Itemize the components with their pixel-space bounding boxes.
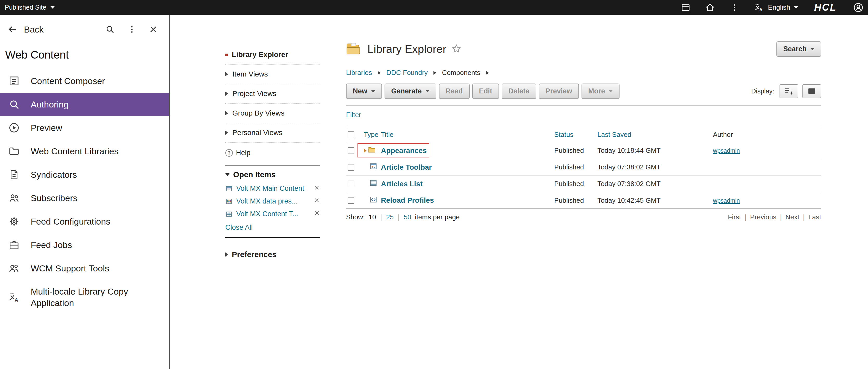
- breadcrumb: Libraries DDC Foundry Components: [346, 69, 821, 77]
- edit-button[interactable]: Edit: [472, 84, 499, 99]
- sidebar-item-feed-configurations[interactable]: Feed Configurations: [0, 210, 169, 233]
- toolbar-divider: [346, 105, 821, 106]
- pagination-last[interactable]: Last: [808, 213, 821, 221]
- sidebar-item-wcm-support-tools[interactable]: WCM Support Tools: [0, 256, 169, 280]
- close-icon[interactable]: [149, 25, 158, 34]
- column-header-type[interactable]: Type: [364, 131, 378, 139]
- account-icon[interactable]: [853, 2, 864, 13]
- breadcrumb-link-libraries[interactable]: Libraries: [346, 69, 372, 77]
- open-item-link[interactable]: Volt MX Main Content: [236, 185, 304, 192]
- breadcrumb-link-ddc-foundry[interactable]: DDC Foundry: [386, 69, 428, 77]
- kebab-menu-icon[interactable]: [127, 25, 136, 34]
- pagination-next[interactable]: Next: [785, 213, 799, 221]
- sidebar-item-content-composer[interactable]: Content Composer: [0, 69, 169, 93]
- site-switcher[interactable]: Published Site: [5, 4, 55, 11]
- back-button[interactable]: Back: [7, 24, 44, 35]
- people-icon: [8, 262, 20, 275]
- language-selector[interactable]: A English: [753, 2, 798, 13]
- close-icon[interactable]: [314, 185, 320, 192]
- author-link[interactable]: wpsadmin: [713, 147, 740, 154]
- show-label: Show:: [346, 213, 365, 221]
- open-item-link[interactable]: Volt MX data pres...: [236, 197, 298, 205]
- open-items-header[interactable]: Open Items: [225, 165, 320, 182]
- sidebar-item-web-content-libraries[interactable]: Web Content Libraries: [0, 140, 169, 163]
- chevron-down-icon: [810, 48, 814, 50]
- row-checkbox[interactable]: [348, 164, 354, 171]
- sidebar-item-preview[interactable]: Preview: [0, 116, 169, 140]
- sidebar-item-syndicators[interactable]: Syndicators: [0, 163, 169, 186]
- svg-text:A: A: [14, 297, 18, 303]
- expand-arrow-icon[interactable]: [364, 149, 367, 153]
- item-link-articles-list[interactable]: Articles List: [381, 180, 423, 188]
- search-button[interactable]: Search: [776, 41, 821, 57]
- home-icon[interactable]: [705, 2, 716, 13]
- items-per-page-label: items per page: [415, 213, 460, 221]
- delete-button[interactable]: Delete: [502, 84, 536, 99]
- kebab-menu-icon[interactable]: [729, 2, 740, 13]
- row-checkbox[interactable]: [348, 181, 354, 187]
- card-view-button[interactable]: [802, 84, 821, 98]
- author-link[interactable]: wpsadmin: [713, 197, 740, 204]
- active-bullet-icon: [225, 54, 228, 56]
- help-link[interactable]: ? Help: [225, 143, 320, 165]
- table-row: Reload Profiles Published Today 10:42:45…: [346, 192, 821, 209]
- nav-item-personal-views[interactable]: Personal Views: [225, 123, 320, 143]
- chevron-down-icon: [51, 6, 55, 8]
- close-icon[interactable]: [314, 197, 320, 205]
- more-button[interactable]: More: [582, 84, 620, 99]
- pagination-previous[interactable]: Previous: [750, 213, 776, 221]
- favorite-star-icon[interactable]: [451, 43, 462, 55]
- translate-icon: A: [753, 2, 765, 13]
- separator: |: [380, 213, 382, 221]
- window-icon[interactable]: [680, 2, 691, 13]
- generate-button[interactable]: Generate: [384, 84, 436, 99]
- close-all-link[interactable]: Close All: [225, 220, 253, 237]
- nav-item-item-views[interactable]: Item Views: [225, 65, 320, 84]
- folder-icon: [368, 146, 376, 155]
- close-icon[interactable]: [314, 210, 320, 218]
- nav-item-library-explorer[interactable]: Library Explorer: [225, 45, 320, 65]
- preview-button[interactable]: Preview: [539, 84, 579, 99]
- pagination-first[interactable]: First: [728, 213, 741, 221]
- split-view-button[interactable]: [779, 84, 798, 98]
- sidebar-item-label: WCM Support Tools: [31, 263, 109, 274]
- open-item-link[interactable]: Volt MX Content T...: [236, 210, 298, 218]
- sidebar-item-multi-locale-library-copy[interactable]: A Multi-locale Library Copy Application: [0, 280, 169, 314]
- column-header-title[interactable]: Title: [381, 131, 394, 139]
- component-icon: [369, 163, 377, 172]
- nav-item-label: Project Views: [232, 90, 276, 98]
- page-size-50[interactable]: 50: [404, 213, 411, 221]
- sidebar-item-feed-jobs[interactable]: Feed Jobs: [0, 233, 169, 256]
- column-header-status[interactable]: Status: [554, 131, 574, 139]
- sidebar-item-authoring[interactable]: Authoring: [0, 93, 169, 116]
- preferences-header[interactable]: Preferences: [225, 245, 320, 264]
- select-all-checkbox[interactable]: [348, 131, 354, 138]
- nav-item-group-by-views[interactable]: Group By Views: [225, 103, 320, 123]
- sidebar-item-label: Content Composer: [31, 75, 105, 87]
- page-size-25[interactable]: 25: [386, 213, 394, 221]
- item-link-reload-profiles[interactable]: Reload Profiles: [381, 196, 434, 204]
- item-link-article-toolbar[interactable]: Article Toolbar: [381, 163, 432, 171]
- search-icon[interactable]: [105, 25, 115, 34]
- table-item-icon: [225, 211, 232, 218]
- nav-item-project-views[interactable]: Project Views: [225, 84, 320, 103]
- toolbar: New Generate Read Edit Delete Preview Mo…: [346, 84, 821, 99]
- read-button-label: Read: [446, 87, 463, 95]
- authoring-nav-panel: Library Explorer Item Views Project View…: [171, 15, 333, 369]
- sidebar-item-subscribers[interactable]: Subscribers: [0, 186, 169, 210]
- new-button[interactable]: New: [346, 84, 382, 99]
- separator: |: [802, 213, 805, 221]
- filter-link[interactable]: Filter: [346, 111, 361, 119]
- column-header-last-saved[interactable]: Last Saved: [597, 131, 631, 139]
- page-size-10[interactable]: 10: [368, 213, 376, 221]
- mosaic-item-icon: [225, 198, 232, 205]
- read-button[interactable]: Read: [439, 84, 470, 99]
- status-cell: Published: [554, 180, 597, 188]
- page-title: Library Explorer: [367, 43, 446, 55]
- row-checkbox[interactable]: [348, 197, 354, 204]
- row-checkbox[interactable]: [348, 147, 354, 154]
- chevron-down-icon: [426, 90, 430, 92]
- generate-button-label: Generate: [391, 87, 422, 95]
- item-link-appearances[interactable]: Appearances: [381, 147, 427, 155]
- hcl-logo: HCL: [814, 2, 837, 13]
